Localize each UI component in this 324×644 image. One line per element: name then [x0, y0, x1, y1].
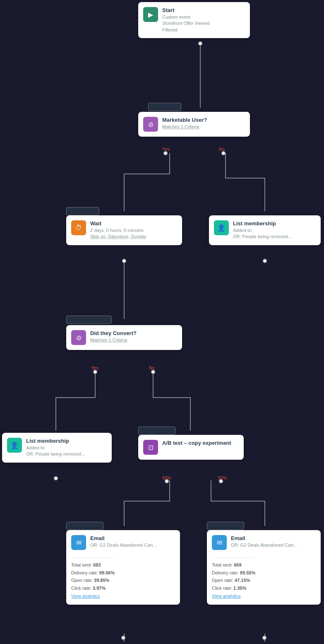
placeholder-ab [138, 427, 175, 435]
placeholder-email-left [66, 522, 103, 530]
view-analytics-right-button[interactable]: View analytics [212, 592, 255, 600]
email-left-node: ✉ Email OR: G2 Deals Abandoned Cart... T… [66, 530, 180, 605]
connector-email-left-bottom [121, 636, 125, 640]
ab-content: A/B test – copy experiment [162, 440, 231, 447]
list-right-icon: 👤 [214, 220, 229, 235]
marketable-icon: ⊘ [143, 117, 158, 132]
wait-subtitle1: 2 days, 0 hours, 0 minutes [90, 227, 146, 234]
email-left-content: Email OR: G2 Deals Abandoned Cart... [90, 535, 156, 548]
email-left-stats: Total sent: 683 Delivery rate: 99.56% Op… [71, 557, 115, 600]
email-left-click: Click rate: 3.97% [71, 584, 115, 592]
connector-marketable-yes [163, 151, 168, 155]
list-left-title: List membership [26, 438, 85, 444]
list-left-icon: 👤 [7, 438, 22, 453]
list-right-content: List membership Added to: OR: People bei… [233, 220, 292, 240]
email-right-delivery: Delivery rate: 99.55% [212, 569, 255, 577]
ab-title: A/B test – copy experiment [162, 440, 231, 446]
connector-ab-left [165, 479, 169, 483]
list-membership-right-node: 👤 List membership Added to: OR: People b… [209, 215, 321, 245]
connector-wait-bottom [122, 259, 126, 263]
did-convert-node: ⊘ Did they Convert? Matches 1 Criteria [66, 325, 182, 350]
start-subtitle1: Custom event [162, 14, 210, 20]
connector-list-left-bottom [54, 476, 58, 480]
view-analytics-left-button[interactable]: View analytics [71, 592, 115, 600]
did-convert-title: Did they Convert? [90, 330, 137, 336]
list-membership-left-node: 👤 List membership Added to: OR: People b… [2, 433, 112, 463]
start-content: Start Custom event Storefront Offer View… [162, 7, 210, 33]
email-right-top: ✉ Email OR: G2 Deals Abandoned Cart... [212, 535, 297, 550]
email-right-total: Total sent: 669 [212, 561, 255, 569]
email-right-click: Click rate: 1.35% [212, 584, 255, 592]
placeholder-wait [66, 207, 99, 215]
wait-node: ⏱ Wait 2 days, 0 hours, 0 minutes Skip o… [66, 215, 182, 245]
email-right-stats: Total sent: 669 Delivery rate: 99.55% Op… [212, 557, 255, 600]
wait-title: Wait [90, 220, 146, 227]
placeholder-marketable [148, 103, 181, 111]
placeholder-email-right [207, 522, 244, 530]
email-left-subtitle: OR: G2 Deals Abandoned Cart... [90, 542, 156, 548]
ab-test-node: ⊡ A/B test – copy experiment [138, 435, 244, 460]
did-convert-content: Did they Convert? Matches 1 Criteria [90, 330, 137, 343]
list-right-title: List membership [233, 220, 292, 227]
connector-did-convert-no [151, 370, 155, 374]
connector-marketable-no [221, 151, 226, 155]
connector-list-right-bottom [263, 259, 267, 263]
start-subtitle3: Filtered [162, 27, 210, 33]
email-left-open: Open rate: 39.85% [71, 576, 115, 584]
connector-ab-right [219, 479, 223, 483]
marketable-subtitle: Matches 1 Criteria [162, 124, 207, 130]
email-right-icon: ✉ [212, 535, 227, 550]
email-right-node: ✉ Email OR: G2 Deals Abandoned Cart... T… [207, 530, 321, 605]
did-convert-subtitle: Matches 1 Criteria [90, 337, 137, 343]
email-right-open: Open rate: 47.15% [212, 576, 255, 584]
start-icon: ▶ [143, 7, 158, 22]
email-right-title: Email [231, 535, 297, 541]
connector-did-convert-yes [93, 370, 97, 374]
connector-start-bottom [198, 41, 202, 46]
list-left-content: List membership Added to: OR: People bei… [26, 438, 85, 458]
email-left-icon: ✉ [71, 535, 86, 550]
start-title: Start [162, 7, 210, 13]
start-subtitle2: Storefront Offer Viewed [162, 20, 210, 27]
did-convert-no-label: No [149, 365, 155, 370]
connector-email-right-bottom [262, 636, 266, 640]
email-left-total: Total sent: 683 [71, 561, 115, 569]
marketable-title: Marketable User? [162, 117, 207, 123]
marketable-content: Marketable User? Matches 1 Criteria [162, 117, 207, 130]
email-left-title: Email [90, 535, 156, 541]
list-left-sub2: OR: People being removed... [26, 451, 85, 457]
list-left-sub1: Added to: [26, 445, 85, 451]
wait-subtitle2: Skip on: Saturdays, Sunday [90, 234, 146, 240]
start-node: ▶ Start Custom event Storefront Offer Vi… [138, 2, 250, 38]
marketable-node: ⊘ Marketable User? Matches 1 Criteria [138, 112, 250, 137]
email-right-content: Email OR: G2 Deals Abandoned Cart... [231, 535, 297, 548]
email-left-delivery: Delivery rate: 99.56% [71, 569, 115, 577]
list-right-sub1: Added to: [233, 227, 292, 234]
email-right-subtitle: OR: G2 Deals Abandoned Cart... [231, 542, 297, 548]
list-right-sub2: OR: People being removed... [233, 234, 292, 240]
email-left-top: ✉ Email OR: G2 Deals Abandoned Cart... [71, 535, 156, 550]
ab-icon: ⊡ [143, 440, 158, 455]
wait-content: Wait 2 days, 0 hours, 0 minutes Skip on:… [90, 220, 146, 240]
placeholder-did-convert [66, 316, 112, 324]
did-convert-icon: ⊘ [71, 330, 86, 345]
wait-icon: ⏱ [71, 220, 86, 235]
